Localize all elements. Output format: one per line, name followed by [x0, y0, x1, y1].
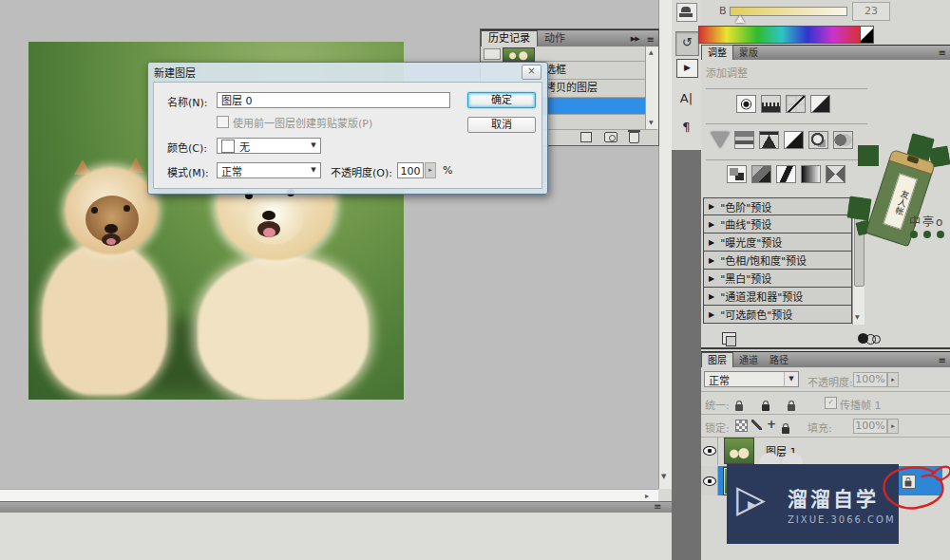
expand-icon[interactable]: ▶ [709, 292, 714, 301]
expand-icon[interactable]: ▶ [709, 256, 714, 265]
document-horizontal-scrollbar[interactable]: ▸ [0, 489, 658, 502]
visibility-cell[interactable] [701, 437, 718, 465]
paragraph-panel-icon[interactable]: ¶ [676, 120, 696, 139]
adjustment-icons-row2 [711, 131, 853, 149]
ok-button[interactable]: 确定 [467, 92, 536, 108]
expand-icon[interactable]: ▶ [709, 274, 714, 283]
tab-history[interactable]: 历史记录 [481, 30, 538, 47]
close-button[interactable]: × [522, 65, 542, 80]
scroll-down-icon[interactable]: ▼ [661, 473, 666, 480]
lock-label: 锁定: [705, 420, 730, 435]
color-slider-thumb[interactable] [735, 15, 745, 23]
tab-actions[interactable]: 动作 [538, 31, 572, 47]
mode-select[interactable]: 正常 ▼ [217, 162, 321, 178]
resize-grip-icon[interactable]: ≡ [654, 501, 661, 512]
scroll-down-icon[interactable]: ▼ [855, 313, 860, 320]
color-select[interactable]: 无 ▼ [217, 138, 321, 154]
threshold-icon[interactable] [776, 165, 796, 183]
history-collapse-icon[interactable]: ▶▶ [631, 35, 644, 47]
return-to-adjustment-list-icon[interactable] [722, 332, 736, 345]
history-snapshot-row[interactable] [481, 47, 645, 62]
spectrum-bw-swatch[interactable] [860, 26, 874, 44]
clone-source-icon[interactable] [676, 3, 697, 22]
levels-icon[interactable] [761, 95, 781, 113]
snapshot-toggle-box[interactable] [484, 48, 501, 60]
expand-icon[interactable]: ▶ [709, 238, 714, 247]
expand-icon[interactable]: ▶ [709, 202, 714, 211]
expand-icon[interactable]: ▶ [709, 220, 714, 229]
lock-all-icon[interactable] [782, 427, 789, 434]
tab-layers[interactable]: 图层 [701, 352, 733, 367]
actions-panel-icon[interactable]: ▶ [676, 59, 698, 78]
adjustments-menu-icon[interactable]: ≡ [939, 47, 950, 60]
check-icon: ✓ [827, 398, 834, 406]
expanded-view-icon[interactable] [858, 333, 881, 344]
opacity-value[interactable]: 100% [853, 372, 887, 387]
scroll-up-icon[interactable]: ▲ [649, 48, 654, 55]
document-vertical-scrollbar[interactable]: ▼ [658, 0, 673, 489]
scroll-down-icon[interactable]: ▼ [649, 119, 654, 125]
tab-channels[interactable]: 通道 [733, 353, 764, 367]
history-panel-icon[interactable]: ↺ [675, 31, 699, 56]
unify-visibility-icon[interactable] [762, 404, 770, 411]
preset-channel-mixer[interactable]: ▶"通道混和器"预设 [703, 288, 852, 306]
preset-selective-color[interactable]: ▶"可选颜色"预设 [703, 306, 852, 324]
fill-value[interactable]: 100% [853, 419, 887, 434]
scroll-right-icon[interactable]: ▸ [645, 492, 649, 500]
exposure-icon[interactable] [810, 95, 830, 113]
posterize-icon[interactable] [751, 165, 771, 183]
selective-color-icon[interactable] [826, 165, 846, 183]
clip-mask-checkbox[interactable] [217, 116, 229, 128]
lock-image-pixels-icon[interactable] [751, 420, 762, 430]
layer-thumbnail[interactable] [724, 438, 754, 464]
new-document-from-state-icon[interactable] [580, 132, 592, 142]
snapshot-thumbnail[interactable] [503, 47, 535, 62]
tab-masks[interactable]: 蒙版 [733, 46, 764, 60]
visibility-cell[interactable] [701, 466, 718, 495]
eye-icon[interactable] [703, 446, 716, 456]
invert-icon[interactable] [727, 165, 747, 183]
preset-black-white[interactable]: ▶"黑白"预设 [703, 270, 852, 288]
propagate-checkbox[interactable]: ✓ [825, 397, 837, 409]
photo-filter-icon[interactable] [808, 131, 828, 149]
opacity-input[interactable]: 100 [397, 162, 424, 178]
eye-icon[interactable] [703, 476, 716, 486]
dialog-body: 名称(N): 图层 0 确定 使用前一图层创建剪贴蒙版(P) 取消 颜色(C):… [153, 82, 542, 189]
dialog-titlebar[interactable]: 新建图层 × [148, 63, 547, 82]
channel-mixer-icon[interactable] [833, 131, 853, 149]
delete-state-icon[interactable] [629, 132, 639, 143]
black-white-icon[interactable] [784, 131, 804, 149]
cancel-button[interactable]: 取消 [467, 117, 536, 133]
color-slider-track[interactable] [730, 7, 847, 16]
opacity-stepper[interactable]: ▸ [425, 162, 436, 178]
history-menu-icon[interactable]: ≡ [647, 34, 658, 47]
preset-hue-saturation[interactable]: ▶"色相/饱和度"预设 [703, 252, 852, 270]
preset-curves[interactable]: ▶"曲线"预设 [703, 215, 852, 233]
lock-position-icon[interactable]: + [767, 418, 776, 431]
vibrance-icon[interactable] [711, 132, 730, 148]
name-input[interactable]: 图层 0 [217, 92, 450, 108]
new-snapshot-icon[interactable] [604, 132, 618, 142]
tab-paths[interactable]: 路径 [764, 353, 794, 367]
lock-transparent-pixels-icon[interactable] [735, 420, 748, 432]
hue-saturation-icon[interactable] [734, 131, 754, 149]
expand-icon[interactable]: ▶ [709, 310, 714, 319]
opacity-stepper[interactable]: ▸ [887, 372, 899, 387]
color-spectrum-bar[interactable] [698, 26, 862, 44]
unify-position-icon[interactable] [735, 404, 743, 411]
character-panel-icon[interactable]: A| [676, 91, 696, 110]
layers-menu-icon[interactable]: ≡ [939, 355, 950, 367]
tab-adjustments[interactable]: 调整 [701, 45, 733, 60]
layers-tabbar: 图层 通道 路径 ≡ [701, 351, 950, 367]
color-balance-icon[interactable] [759, 131, 779, 149]
curves-icon[interactable] [786, 95, 806, 113]
fill-stepper[interactable]: ▸ [887, 419, 899, 434]
unify-style-icon[interactable] [788, 404, 795, 411]
blend-mode-select[interactable]: 正常 ▼ [704, 371, 799, 387]
gradient-map-icon[interactable] [801, 165, 821, 183]
preset-exposure[interactable]: ▶"曝光度"预设 [703, 233, 852, 252]
brightness-contrast-icon[interactable] [736, 95, 756, 113]
color-value-box[interactable]: 23 [852, 2, 890, 21]
preset-levels[interactable]: ▶"色阶"预设 [703, 197, 852, 215]
history-scrollbar[interactable]: ▲ ▼ [645, 47, 658, 129]
